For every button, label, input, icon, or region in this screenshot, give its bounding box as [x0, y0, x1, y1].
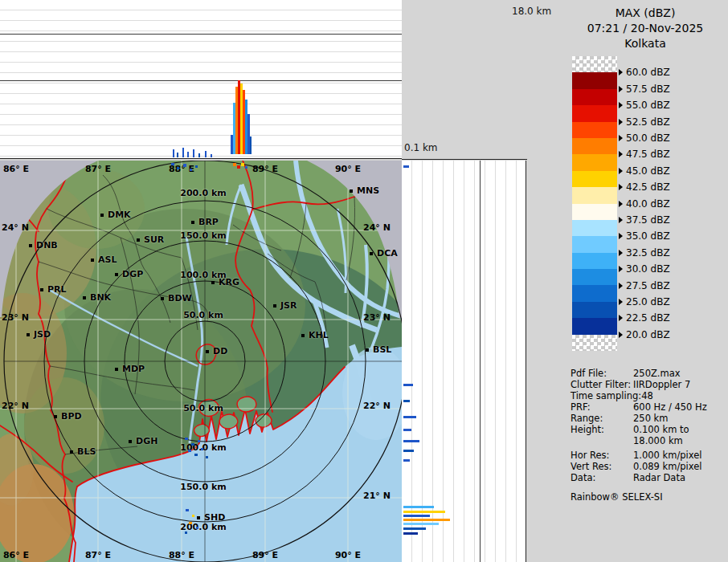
city-marker: [115, 273, 118, 276]
radar-echo: [403, 532, 418, 535]
info-row: Range:250 km: [571, 413, 725, 424]
radar-echo: [191, 443, 194, 446]
latitude-label: 24° N: [363, 222, 391, 233]
city-label: DD: [213, 346, 227, 356]
city-marker: [115, 368, 118, 371]
map-overlays: 200.0 km150.0 km100.0 km50.0 km50.0 km10…: [0, 161, 402, 562]
dbz-scale-label: 42.5 dBZ: [619, 181, 670, 193]
city-marker: [54, 415, 57, 418]
city-label: DGP: [122, 269, 143, 279]
dbz-scale-label-text: 22.5 dBZ: [626, 312, 670, 324]
dbz-scale-label: 50.0 dBZ: [619, 132, 670, 144]
height-gridline-right-mid: [480, 161, 481, 562]
info-value: 0.100 km to: [633, 424, 689, 435]
city-label: BNK: [90, 292, 111, 303]
dbz-scale-label-text: 40.0 dBZ: [626, 198, 670, 210]
city-label: DMK: [108, 210, 131, 220]
radar-echo: [403, 400, 410, 402]
city-label: BDW: [168, 293, 192, 303]
scale-tick-arrow-icon: [619, 266, 623, 272]
radar-echo: [201, 448, 203, 450]
radar-echo: [190, 169, 192, 171]
scale-tick-arrow-icon: [619, 217, 623, 223]
dbz-scale-label-text: 25.0 dBZ: [626, 296, 670, 307]
scale-tick-arrow-icon: [619, 250, 623, 256]
radar-echo: [403, 523, 439, 525]
dbz-scale-label-text: 20.0 dBZ: [626, 329, 670, 340]
city-label: KHL: [309, 330, 329, 340]
radar-echo: [403, 459, 410, 462]
info-value: 18.000 km: [633, 435, 683, 446]
radar-echo: [403, 440, 419, 442]
dbz-color-band: [572, 72, 617, 88]
radar-echo: [403, 384, 413, 386]
longitude-label: 86° E: [3, 550, 29, 560]
info-label: Time sampling:: [571, 390, 641, 401]
product-datetime: 07:21 / 20-Nov-2025: [562, 21, 728, 36]
dbz-scale-label: 35.0 dBZ: [619, 230, 670, 242]
info-value: 250Z.max: [633, 368, 681, 379]
range-ring-label: 50.0 km: [183, 403, 223, 413]
dbz-scale-label-text: 35.0 dBZ: [626, 230, 670, 242]
dbz-scale-label: 45.0 dBZ: [619, 165, 670, 177]
dbz-color-band: [572, 105, 617, 121]
info-label: Hor Res:: [571, 450, 633, 461]
radar-echo: [206, 456, 208, 458]
info-row: Vert Res:0.089 km/pixel: [571, 461, 725, 472]
longitude-label: 87° E: [85, 164, 111, 174]
range-ring-label: 150.0 km: [180, 482, 226, 492]
info-value: Radar Data: [633, 472, 685, 483]
radar-echo: [192, 515, 194, 517]
info-row: Pdf File:250Z.max: [571, 368, 725, 379]
city-marker: [197, 516, 200, 519]
dbz-scale-label-text: 60.0 dBZ: [626, 67, 670, 78]
longitude-label: 86° E: [3, 164, 29, 174]
info-label: Clutter Filter:: [571, 379, 633, 390]
dbz-scale-label-text: 42.5 dBZ: [626, 181, 670, 193]
height-min-label: 0.1 km: [404, 142, 438, 153]
dbz-color-band: [572, 187, 617, 203]
scale-tick-arrow-icon: [619, 332, 623, 338]
info-label: Vert Res:: [571, 461, 633, 472]
dbz-scale-label-text: 45.0 dBZ: [626, 165, 670, 177]
city-label: KRG: [219, 277, 239, 287]
radar-echo: [403, 506, 434, 508]
info-label: Range:: [571, 413, 633, 424]
radar-echo: [177, 167, 179, 169]
scale-tick-arrow-icon: [619, 201, 623, 207]
radar-echo: [173, 149, 174, 157]
city-marker: [29, 244, 32, 247]
scale-tick-arrow-icon: [619, 233, 623, 239]
radar-echo: [403, 515, 430, 517]
dbz-scale-label: 37.5 dBZ: [619, 214, 670, 226]
range-ring-label: 100.0 km: [180, 442, 226, 453]
city-label: BLS: [77, 446, 96, 457]
dbz-scale-label: 20.0 dBZ: [619, 329, 670, 340]
city-marker: [137, 238, 140, 242]
radar-echo: [189, 522, 192, 524]
info-value: 250 km: [633, 413, 668, 424]
dbz-scale-label: 32.5 dBZ: [619, 247, 670, 259]
info-value: IIRDoppler 7: [633, 379, 690, 390]
radar-echo: [196, 527, 198, 529]
station-name: Kolkata: [562, 36, 728, 51]
dbz-color-band: [572, 253, 617, 269]
latitude-label: 23° N: [363, 312, 391, 323]
city-marker: [40, 288, 43, 291]
radar-echo: [250, 136, 252, 154]
city-marker: [91, 259, 94, 262]
dbz-color-band: [572, 89, 617, 105]
range-ring-label: 50.0 km: [183, 310, 223, 320]
scale-tick-arrow-icon: [619, 299, 623, 305]
city-label: BSL: [373, 344, 391, 355]
info-label: Data:: [571, 472, 633, 483]
radar-echo: [233, 163, 236, 166]
dbz-scale-label-text: 47.5 dBZ: [626, 149, 670, 160]
city-label: JSD: [34, 329, 51, 340]
vertical-profile-top-panel: [0, 0, 402, 159]
dbz-color-band: [572, 171, 617, 187]
info-value: 1.000 km/pixel: [633, 450, 702, 461]
dbz-scale-label-text: 52.5 dBZ: [626, 116, 670, 128]
info-row: Data:Radar Data: [571, 472, 725, 483]
info-row: Clutter Filter:IIRDoppler 7: [571, 379, 725, 390]
